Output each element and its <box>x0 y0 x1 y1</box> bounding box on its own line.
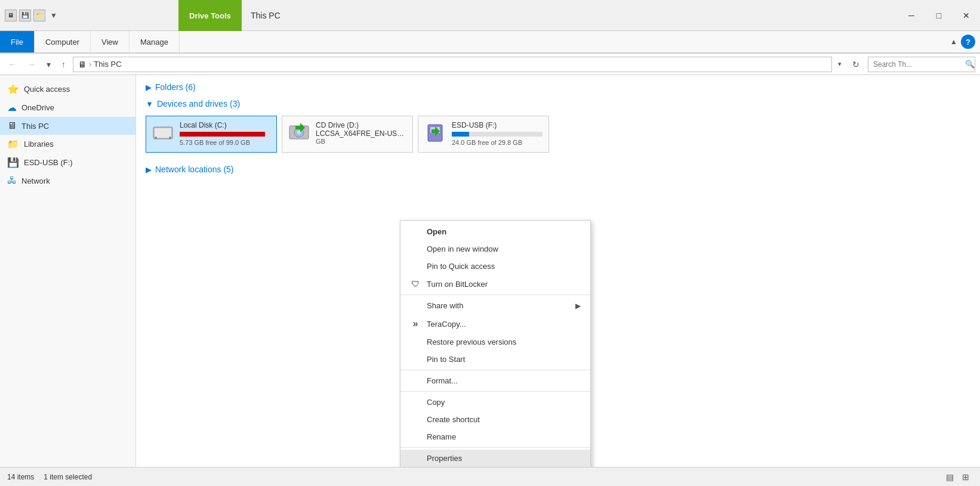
sidebar: ⭐ Quick access ☁ OneDrive 🖥 This PC 📁 Li… <box>0 75 136 467</box>
computer-path-icon: 🖥 <box>78 60 87 69</box>
network-label: Network <box>21 177 50 185</box>
sidebar-item-esd-usb[interactable]: 💾 ESD-USB (F:) <box>0 153 135 172</box>
sidebar-item-this-pc[interactable]: 🖥 This PC <box>0 117 135 135</box>
ctx-properties[interactable]: Properties <box>400 450 590 467</box>
search-input[interactable] <box>873 60 963 69</box>
ctx-format[interactable]: Format... <box>400 372 590 389</box>
drives-section-header[interactable]: ▼ Devices and drives (3) <box>146 99 970 109</box>
search-icon[interactable]: 🔍 <box>965 60 975 69</box>
ctx-share-with[interactable]: Share with ▶ <box>400 297 590 314</box>
ctx-open[interactable]: Open <box>400 223 590 240</box>
ctx-copy[interactable]: Copy <box>400 394 590 411</box>
folders-section-title: Folders (6) <box>155 82 196 92</box>
ctx-separator-4 <box>400 447 590 448</box>
search-box[interactable]: 🔍 <box>868 57 975 72</box>
help-button[interactable]: ? <box>961 35 975 49</box>
tab-manage[interactable]: Manage <box>130 31 180 52</box>
drive-item-d[interactable]: CD Drive (D:) LCCSA_X64FRE_EN-US_DV5 GB <box>282 116 413 153</box>
sidebar-item-network[interactable]: 🖧 Network <box>0 172 135 190</box>
onedrive-label: OneDrive <box>21 103 54 112</box>
folders-section-header[interactable]: ▶ Folders (6) <box>146 82 970 92</box>
quick-access-label: Quick access <box>24 85 70 94</box>
svg-point-3 <box>169 137 171 139</box>
drives-section-arrow: ▼ <box>146 100 153 109</box>
item-count: 14 items <box>7 473 34 481</box>
ctx-copy-label: Copy <box>427 398 581 407</box>
ctx-share-with-label: Share with <box>427 301 569 310</box>
drive-c-free: 5.73 GB free of 99.0 GB <box>180 139 270 146</box>
drive-f-free: 24.0 GB free of 29.8 GB <box>452 139 543 146</box>
address-path[interactable]: 🖥 › This PC <box>73 57 832 72</box>
drive-item-f[interactable]: ESD-USB (F:) 24.0 GB free of 29.8 GB <box>418 116 549 153</box>
ctx-separator-3 <box>400 391 590 392</box>
drive-c-name: Local Disk (C:) <box>180 121 270 129</box>
ctx-rename[interactable]: Rename <box>400 428 590 445</box>
drive-f-progress-bar-bg <box>452 132 543 137</box>
drive-item-c[interactable]: Local Disk (C:) 5.73 GB free of 99.0 GB <box>146 116 277 153</box>
ctx-bitlocker[interactable]: 🛡 Turn on BitLocker <box>400 275 590 293</box>
tab-file[interactable]: File <box>0 31 35 52</box>
save-icon: 💾 <box>19 10 31 21</box>
address-bar: ← → ▾ ↑ 🖥 › This PC ▾ ↻ 🔍 <box>0 54 980 75</box>
back-button[interactable]: ← <box>5 57 20 72</box>
pin-icon: ▼ <box>48 11 60 20</box>
drives-section-title: Devices and drives (3) <box>157 99 240 109</box>
title-bar-icons: 🖥 💾 📁 ▼ <box>0 10 64 21</box>
drive-tools-label: Drive Tools <box>189 11 231 20</box>
status-bar: 14 items 1 item selected ▤ ⊞ <box>0 467 980 486</box>
ctx-teracopy[interactable]: » TeraCopy... <box>400 314 590 333</box>
sidebar-item-quick-access[interactable]: ⭐ Quick access <box>0 80 135 98</box>
network-section-header[interactable]: ▶ Network locations (5) <box>146 165 970 174</box>
quick-access-icon: ⭐ <box>7 83 19 95</box>
ctx-separator-2 <box>400 370 590 370</box>
ctx-separator-1 <box>400 295 590 295</box>
ctx-restore-versions[interactable]: Restore previous versions <box>400 333 590 351</box>
ribbon-right: ▲ ? <box>950 31 980 52</box>
drive-c-progress-bar-bg <box>180 132 270 137</box>
drive-d-label: LCCSA_X64FRE_EN-US_DV5 <box>316 129 406 138</box>
ctx-share-with-arrow: ▶ <box>575 302 581 310</box>
forward-button[interactable]: → <box>24 57 39 72</box>
network-icon: 🖧 <box>7 175 17 186</box>
ctx-pin-start[interactable]: Pin to Start <box>400 351 590 368</box>
drive-f-info: ESD-USB (F:) 24.0 GB free of 29.8 GB <box>452 121 543 146</box>
up-button[interactable]: ↑ <box>58 57 69 72</box>
view-buttons: ▤ ⊞ <box>942 470 973 484</box>
drive-f-icon <box>424 121 446 147</box>
svg-rect-1 <box>155 128 171 138</box>
ctx-teracopy-icon: » <box>410 318 421 329</box>
ctx-pin-quick-access[interactable]: Pin to Quick access <box>400 258 590 275</box>
recent-locations-button[interactable]: ▾ <box>43 57 54 72</box>
sidebar-item-onedrive[interactable]: ☁ OneDrive <box>0 98 135 117</box>
this-pc-label: This PC <box>21 122 49 131</box>
svg-point-2 <box>155 137 157 139</box>
window-title: This PC <box>251 0 281 31</box>
tab-view[interactable]: View <box>91 31 130 52</box>
esd-usb-icon: 💾 <box>7 157 19 168</box>
ribbon-spacer <box>180 31 950 52</box>
ribbon-collapse-icon[interactable]: ▲ <box>950 38 957 46</box>
network-section-arrow: ▶ <box>146 165 152 174</box>
ctx-open-new-window[interactable]: Open in new window <box>400 240 590 258</box>
drive-d-icon <box>288 121 310 147</box>
onedrive-icon: ☁ <box>7 102 17 113</box>
address-dropdown-icon[interactable]: ▾ <box>836 58 844 70</box>
close-button[interactable]: ✕ <box>953 6 980 25</box>
ctx-teracopy-label: TeraCopy... <box>427 320 581 329</box>
refresh-button[interactable]: ↻ <box>848 57 864 72</box>
folders-section-arrow: ▶ <box>146 83 152 92</box>
drive-tools-tab[interactable]: Drive Tools <box>178 0 242 31</box>
ctx-open-label: Open <box>427 227 581 236</box>
ctx-bitlocker-label: Turn on BitLocker <box>427 280 581 289</box>
libraries-label: Libraries <box>24 140 54 148</box>
details-view-button[interactable]: ▤ <box>942 470 957 484</box>
ctx-create-shortcut[interactable]: Create shortcut <box>400 411 590 428</box>
maximize-button[interactable]: □ <box>925 6 953 25</box>
tab-computer[interactable]: Computer <box>35 31 91 52</box>
ctx-pin-start-label: Pin to Start <box>427 355 581 364</box>
sidebar-item-libraries[interactable]: 📁 Libraries <box>0 135 135 153</box>
ctx-restore-versions-label: Restore previous versions <box>427 338 581 346</box>
large-icons-view-button[interactable]: ⊞ <box>959 470 973 484</box>
minimize-button[interactable]: ─ <box>898 6 925 25</box>
ctx-bitlocker-icon: 🛡 <box>410 279 421 289</box>
